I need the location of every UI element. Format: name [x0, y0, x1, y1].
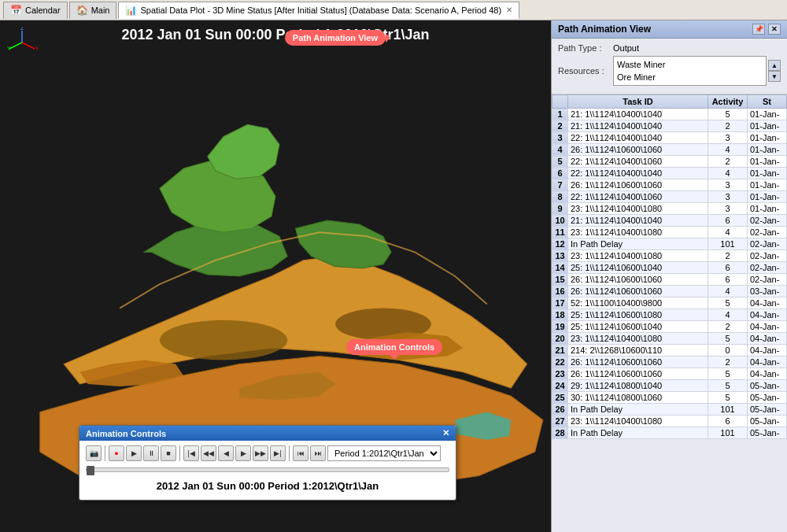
cell-row-num: 5 [552, 156, 568, 168]
table-row[interactable]: 21 214: 2\\1268\10600\110 0 04-Jan- [552, 345, 787, 357]
cell-sta: 01-Jan- [748, 179, 787, 191]
cell-activity: 2 [708, 156, 748, 168]
table-row[interactable]: 9 23: 1\\1124\10400\1080 3 01-Jan- [552, 203, 787, 215]
cell-activity: 5 [708, 368, 748, 380]
table-row[interactable]: 3 22: 1\\1124\10400\1040 3 01-Jan- [552, 132, 787, 144]
col-header-taskid: Task ID [568, 95, 708, 109]
cell-sta: 04-Jan- [748, 309, 787, 321]
cell-sta: 02-Jan- [748, 262, 787, 274]
tab-close-button[interactable]: ✕ [506, 6, 512, 14]
slow-next-button[interactable]: ▶ [235, 445, 251, 461]
table-row[interactable]: 8 22: 1\\1124\10400\1060 3 01-Jan- [552, 191, 787, 203]
timeline-thumb[interactable] [87, 466, 94, 475]
cell-activity: 101 [708, 238, 748, 250]
slow-prev-button[interactable]: ◀ [218, 445, 234, 461]
play-button[interactable]: ▶ [126, 445, 142, 461]
pause-button[interactable]: ⏸ [143, 445, 159, 461]
table-row[interactable]: 10 21: 1\\1124\10400\1040 6 02-Jan- [552, 215, 787, 227]
toolbar-separator-1 [105, 445, 105, 461]
anim-controls-close-button[interactable]: ✕ [442, 428, 449, 438]
next-period-button[interactable]: ⏭ [310, 445, 326, 461]
cell-sta: 05-Jan- [748, 380, 787, 392]
cell-row-num: 10 [552, 215, 568, 227]
table-row[interactable]: 2 21: 1\\1124\10400\1040 2 01-Jan- [552, 120, 787, 132]
view-area: X Y Z 2012 Jan 01 Sun 00:00 Period 1:201… [0, 20, 551, 532]
table-row[interactable]: 28 In Path Delay 101 05-Jan- [552, 427, 787, 439]
cell-taskid: 26: 1\\1124\10600\1060 [568, 274, 708, 286]
tab-bar: 📅 Calendar 🏠 Main 📊 Spatial Data Plot - … [0, 0, 787, 20]
tab-spatial[interactable]: 📊 Spatial Data Plot - 3D Mine Status [Af… [118, 2, 519, 19]
table-row[interactable]: 19 25: 1\\1124\10600\1040 2 04-Jan- [552, 321, 787, 333]
cell-activity: 4 [708, 286, 748, 297]
path-type-value: Output [613, 43, 781, 53]
cell-taskid: 21: 1\\1124\10400\1040 [568, 215, 708, 227]
table-row[interactable]: 1 21: 1\\1124\10400\1040 5 01-Jan- [552, 109, 787, 120]
cell-activity: 2 [708, 250, 748, 262]
cell-taskid: 29: 1\\1124\10800\1040 [568, 380, 708, 392]
cell-activity: 3 [708, 132, 748, 144]
cell-taskid: In Path Delay [568, 404, 708, 416]
cell-taskid: 26: 1\\1124\10600\1060 [568, 144, 708, 156]
cell-sta: 01-Jan- [748, 144, 787, 156]
cell-activity: 6 [708, 274, 748, 286]
cell-taskid: 22: 1\\1124\10400\1060 [568, 191, 708, 203]
anim-controls-title-bar[interactable]: Animation Controls ✕ [79, 426, 456, 441]
cell-activity: 4 [708, 168, 748, 179]
cell-sta: 04-Jan- [748, 368, 787, 380]
cell-sta: 05-Jan- [748, 392, 787, 404]
cell-row-num: 13 [552, 250, 568, 262]
table-row[interactable]: 13 23: 1\\1124\10400\1080 2 02-Jan- [552, 250, 787, 262]
cell-activity: 5 [708, 392, 748, 404]
fast-prev-button[interactable]: ◀◀ [201, 445, 216, 461]
table-row[interactable]: 26 In Path Delay 101 05-Jan- [552, 404, 787, 416]
resources-list[interactable]: Waste Miner Ore Miner [613, 56, 767, 86]
table-row[interactable]: 15 26: 1\\1124\10600\1060 6 02-Jan- [552, 274, 787, 286]
frame-prev-button[interactable]: |◀ [183, 445, 199, 461]
camera-button[interactable]: 📷 [86, 445, 102, 461]
table-row[interactable]: 5 22: 1\\1124\10400\1060 2 01-Jan- [552, 156, 787, 168]
table-row[interactable]: 25 30: 1\\1124\10800\1060 5 05-Jan- [552, 392, 787, 404]
cell-activity: 0 [708, 345, 748, 357]
cell-row-num: 27 [552, 416, 568, 427]
cell-activity: 6 [708, 262, 748, 274]
panel-pin-button[interactable]: 📌 [752, 24, 765, 35]
cell-row-num: 6 [552, 168, 568, 179]
cell-sta: 05-Jan- [748, 404, 787, 416]
table-row[interactable]: 27 23: 1\\1124\10400\1080 6 05-Jan- [552, 416, 787, 427]
frame-next-button[interactable]: ▶| [270, 445, 286, 461]
spatial-icon: 📊 [125, 5, 137, 16]
resource-item-2[interactable]: Ore Miner [617, 71, 763, 83]
table-row[interactable]: 18 25: 1\\1124\10600\1080 4 04-Jan- [552, 309, 787, 321]
table-row[interactable]: 7 26: 1\\1124\10600\1060 3 01-Jan- [552, 179, 787, 191]
table-row[interactable]: 17 52: 1\\1100\10400\9800 5 04-Jan- [552, 297, 787, 309]
period-select[interactable]: Period 1:2012\Qtr1\Jan [327, 445, 441, 461]
fast-next-button[interactable]: ▶▶ [253, 445, 268, 461]
table-row[interactable]: 14 25: 1\\1124\10600\1040 6 02-Jan- [552, 262, 787, 274]
cell-row-num: 25 [552, 392, 568, 404]
table-row[interactable]: 22 26: 1\\1124\10600\1060 2 04-Jan- [552, 357, 787, 368]
resources-scroll-up[interactable]: ▲ [768, 60, 781, 71]
table-row[interactable]: 11 23: 1\\1124\10400\1080 4 02-Jan- [552, 227, 787, 238]
table-row[interactable]: 4 26: 1\\1124\10600\1060 4 01-Jan- [552, 144, 787, 156]
cell-row-num: 14 [552, 262, 568, 274]
tab-calendar[interactable]: 📅 Calendar [3, 2, 68, 19]
tab-main[interactable]: 🏠 Main [69, 2, 117, 19]
anim-time-text: 2012 Jan 01 Sun 00:00 Period 1:2012\Qtr1… [157, 480, 379, 492]
resource-item-1[interactable]: Waste Miner [617, 58, 763, 71]
cell-activity: 4 [708, 144, 748, 156]
stop-button[interactable]: ■ [161, 445, 176, 461]
record-button[interactable]: ● [109, 445, 124, 461]
table-row[interactable]: 6 22: 1\\1124\10400\1040 4 01-Jan- [552, 168, 787, 179]
resources-scroll-down[interactable]: ▼ [768, 71, 781, 82]
svg-text:X: X [35, 46, 38, 51]
table-row[interactable]: 20 23: 1\\1124\10400\1080 5 04-Jan- [552, 333, 787, 345]
table-row[interactable]: 16 26: 1\\1124\10600\1060 4 03-Jan- [552, 286, 787, 297]
timeline-track[interactable] [86, 467, 449, 472]
table-row[interactable]: 24 29: 1\\1124\10800\1040 5 05-Jan- [552, 380, 787, 392]
cell-taskid: 21: 1\\1124\10400\1040 [568, 109, 708, 120]
table-row[interactable]: 23 26: 1\\1124\10600\1060 5 04-Jan- [552, 368, 787, 380]
panel-close-button[interactable]: ✕ [768, 24, 781, 35]
data-table-container[interactable]: Task ID Activity St 1 21: 1\\1124\10400\… [552, 94, 787, 532]
table-row[interactable]: 12 In Path Delay 101 02-Jan- [552, 238, 787, 250]
prev-period-button[interactable]: ⏮ [293, 445, 309, 461]
